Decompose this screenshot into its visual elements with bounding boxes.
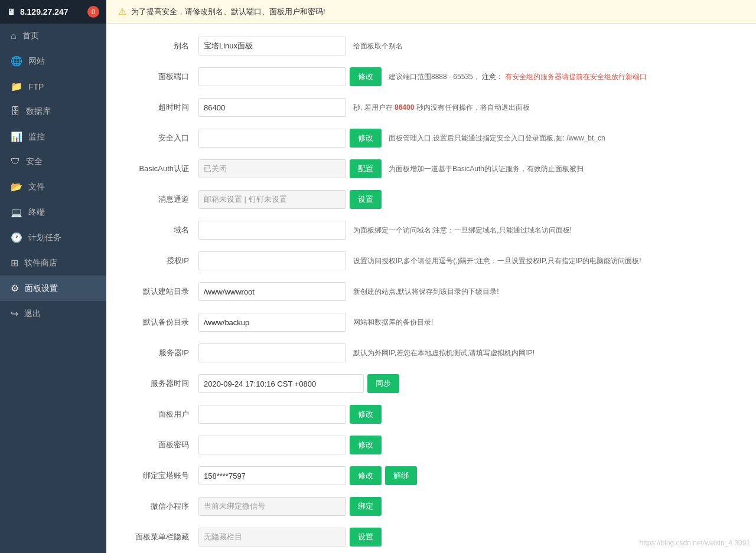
- notification-badge: 0: [87, 6, 99, 18]
- sidebar-item-ftp[interactable]: 📁 FTP: [0, 74, 106, 99]
- panel-user-label: 面板用户: [124, 409, 189, 420]
- sidebar-label-appstore: 软件商店: [24, 258, 57, 269]
- port-input-group: 修改: [198, 67, 382, 86]
- auth-ip-row: 授权IP 设置访问授权IP,多个请使用逗号(,)隔开;注意：一旦设置授权IP,只…: [124, 250, 738, 271]
- alias-row: 别名 给面板取个别名: [124, 35, 738, 57]
- bind-account-modify-button[interactable]: 修改: [350, 466, 382, 485]
- domain-input[interactable]: [198, 221, 346, 240]
- main-content: ⚠ 为了提高安全，请修改别名、默认端口、面板用户和密码! 别名 给面板取个别名 …: [106, 0, 756, 553]
- basic-auth-input: [198, 159, 346, 178]
- bind-account-input: [198, 466, 346, 485]
- sidebar-label-terminal: 终端: [28, 207, 45, 218]
- msg-channel-label: 消息通道: [124, 194, 189, 205]
- monitor-icon: 📊: [11, 131, 22, 142]
- server-ip-input[interactable]: [198, 343, 346, 362]
- bind-account-unbind-button[interactable]: 解绑: [385, 466, 417, 485]
- safe-entry-row: 安全入口 修改 面板管理入口,设置后只能通过指定安全入口登录面板,如: /www…: [124, 127, 738, 149]
- server-ip-display: 🖥 8.129.27.247: [7, 7, 69, 17]
- safe-entry-modify-button[interactable]: 修改: [350, 129, 382, 148]
- panel-password-input-group: 修改: [198, 436, 382, 454]
- wechat-input: [198, 497, 346, 516]
- panel-password-input[interactable]: [198, 436, 346, 454]
- default-backup-dir-input-group: [198, 313, 346, 332]
- server-ip-label: 服务器IP: [124, 348, 189, 358]
- sidebar-item-security[interactable]: 🛡 安全: [0, 149, 106, 174]
- basic-auth-config-button[interactable]: 配置: [350, 159, 382, 178]
- default-backup-dir-hint: 网站和数据库的备份目录!: [353, 318, 738, 328]
- sidebar-item-home[interactable]: ⌂ 首页: [0, 24, 106, 48]
- port-label: 面板端口: [124, 71, 189, 82]
- timeout-hint-prefix: 秒, 若用户在: [353, 103, 393, 112]
- bind-account-input-group: 修改 解绑: [198, 466, 417, 485]
- default-site-dir-row: 默认建站目录 新创建的站点,默认将保存到该目录的下级目录!: [124, 281, 738, 302]
- sidebar-label-website: 网站: [28, 56, 45, 67]
- server-ip-hint: 默认为外网IP,若您在本地虚拟机测试,请填写虚拟机内网IP!: [353, 348, 738, 358]
- basic-auth-row: BasicAuth认证 配置 为面板增加一道基于BasicAuth的认证服务，有…: [124, 158, 738, 179]
- default-site-dir-input[interactable]: [198, 282, 346, 301]
- default-backup-dir-row: 默认备份目录 网站和数据库的备份目录!: [124, 312, 738, 333]
- sidebar-item-files[interactable]: 📂 文件: [0, 174, 106, 199]
- alert-text: 为了提高安全，请修改别名、默认端口、面板用户和密码!: [131, 6, 325, 17]
- domain-input-group: [198, 221, 346, 240]
- watermark: https://blog.csdn.net/weixin_4 3091: [640, 539, 750, 547]
- server-ip-input-group: [198, 343, 346, 362]
- home-icon: ⌂: [11, 31, 17, 41]
- sidebar-item-logout[interactable]: ↪ 退出: [0, 301, 106, 326]
- sidebar-item-terminal[interactable]: 💻 终端: [0, 199, 106, 225]
- sidebar-label-logout: 退出: [24, 309, 41, 319]
- sidebar-item-appstore[interactable]: ⊞ 软件商店: [0, 250, 106, 276]
- msg-channel-row: 消息通道 设置: [124, 189, 738, 210]
- sidebar-label-monitor: 监控: [28, 132, 45, 142]
- msg-channel-set-button[interactable]: 设置: [350, 190, 382, 209]
- safe-entry-input[interactable]: [198, 129, 346, 148]
- default-site-dir-input-group: [198, 282, 346, 301]
- database-icon: 🗄: [11, 106, 20, 117]
- panel-user-modify-button[interactable]: 修改: [350, 405, 382, 424]
- basic-auth-hint: 为面板增加一道基于BasicAuth的认证服务，有效防止面板被扫: [389, 164, 738, 174]
- panel-user-input[interactable]: [198, 405, 346, 424]
- port-hint-red: 有安全组的服务器请提前在安全组放行新端口: [505, 73, 647, 81]
- default-backup-dir-input[interactable]: [198, 313, 346, 332]
- panel-password-modify-button[interactable]: 修改: [350, 436, 382, 454]
- sidebar-item-monitor[interactable]: 📊 监控: [0, 124, 106, 149]
- server-ip-row: 服务器IP 默认为外网IP,若您在本地虚拟机测试,请填写虚拟机内网IP!: [124, 342, 738, 364]
- basic-auth-input-group: 配置: [198, 159, 382, 178]
- wechat-bind-button[interactable]: 绑定: [350, 497, 382, 516]
- safe-entry-label: 安全入口: [124, 133, 189, 143]
- port-hint: 建议端口范围8888 - 65535， 注意： 有安全组的服务器请提前在安全组放…: [389, 72, 738, 82]
- sidebar-item-database[interactable]: 🗄 数据库: [0, 99, 106, 124]
- auth-ip-input[interactable]: [198, 251, 346, 270]
- files-icon: 📂: [11, 181, 22, 192]
- settings-icon: ⚙: [11, 283, 19, 294]
- alias-input[interactable]: [198, 37, 346, 55]
- menu-hide-input-group: 设置: [198, 528, 382, 547]
- alert-bar: ⚠ 为了提高安全，请修改别名、默认端口、面板用户和密码!: [106, 0, 756, 24]
- server-time-row: 服务器时间 同步: [124, 373, 738, 394]
- port-input[interactable]: [198, 67, 346, 86]
- panel-password-row: 面板密码 修改: [124, 434, 738, 456]
- timeout-hint-bold: 86400: [395, 103, 414, 112]
- menu-hide-set-button[interactable]: 设置: [350, 528, 382, 547]
- sidebar-header: 🖥 8.129.27.247 0: [0, 0, 106, 24]
- domain-hint: 为面板绑定一个访问域名;注意：一旦绑定域名,只能通过域名访问面板!: [353, 225, 738, 235]
- port-modify-button[interactable]: 修改: [350, 67, 382, 86]
- server-time-sync-button[interactable]: 同步: [367, 374, 399, 393]
- wechat-input-group: 绑定: [198, 497, 382, 516]
- server-time-input-group: 同步: [198, 374, 399, 393]
- timeout-hint-suffix: 秒内没有任何操作，将自动退出面板: [416, 103, 530, 112]
- server-time-label: 服务器时间: [124, 378, 189, 389]
- timeout-hint: 秒, 若用户在 86400 秒内没有任何操作，将自动退出面板: [353, 103, 738, 113]
- sidebar-item-website[interactable]: 🌐 网站: [0, 48, 106, 74]
- basic-auth-label: BasicAuth认证: [124, 163, 189, 174]
- auth-ip-hint: 设置访问授权IP,多个请使用逗号(,)隔开;注意：一旦设置授权IP,只有指定IP…: [353, 256, 738, 266]
- msg-channel-input-group: 设置: [198, 190, 382, 209]
- timeout-input[interactable]: [198, 98, 346, 117]
- sidebar-item-cron[interactable]: 🕐 计划任务: [0, 225, 106, 250]
- security-icon: 🛡: [11, 156, 20, 167]
- sidebar-item-panel-settings[interactable]: ⚙ 面板设置: [0, 276, 106, 301]
- website-icon: 🌐: [11, 55, 22, 67]
- default-backup-dir-label: 默认备份目录: [124, 317, 189, 328]
- wechat-row: 微信小程序 绑定: [124, 496, 738, 517]
- default-site-dir-label: 默认建站目录: [124, 286, 189, 297]
- sidebar-label-home: 首页: [22, 31, 39, 41]
